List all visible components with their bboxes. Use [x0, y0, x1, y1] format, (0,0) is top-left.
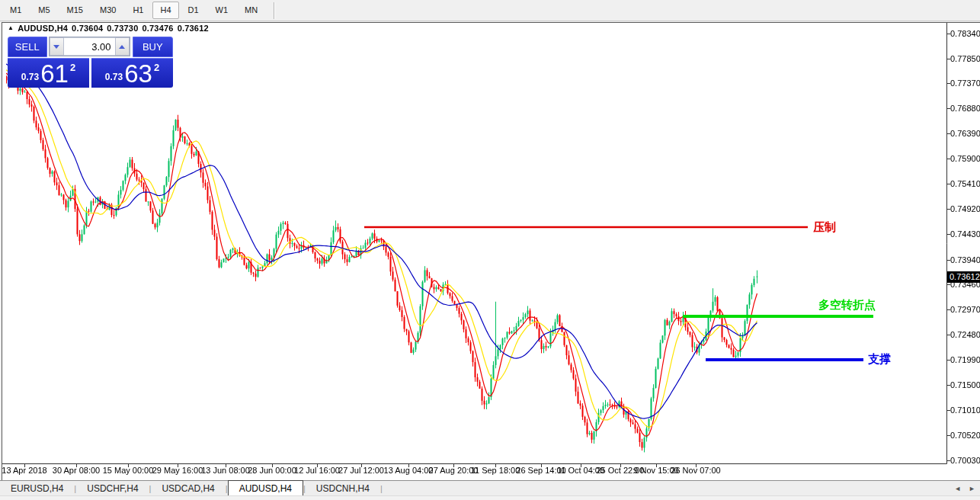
sell-price-panel[interactable]: 0.73 61 2 [8, 58, 89, 88]
timeframe-button-m15[interactable]: M15 [59, 2, 91, 19]
volume-stepper: 3.00 [49, 37, 130, 56]
toolbar-separator [274, 2, 274, 19]
tab-audusdh4[interactable]: AUDUSD,H4 [228, 480, 303, 495]
price-axis-label: 0.70030 [950, 456, 980, 465]
price-axis-label: 0.78340 [950, 29, 980, 38]
price-axis-label: 0.77850 [950, 54, 980, 63]
buy-price-prefix: 0.73 [105, 72, 123, 82]
tab-scroll-left-icon[interactable]: ◄ [954, 485, 961, 492]
ohlc-close: 0.73612 [178, 24, 209, 33]
tab-usdchfh4[interactable]: USDCHF,H4 [76, 481, 149, 495]
ohlc-open: 0.73604 [72, 24, 103, 33]
price-axis-label: 0.76390 [950, 129, 980, 138]
price-axis-label: 0.70520 [950, 431, 980, 440]
volume-decrease-button[interactable] [50, 37, 64, 56]
annotation-label-support[interactable]: 支撑 [868, 352, 891, 367]
price-axis-label: 0.76880 [950, 104, 980, 113]
time-axis-label: 26 Nov 07:00 [671, 466, 720, 475]
timeframe-button-mn[interactable]: MN [237, 2, 265, 19]
timeframe-button-d1[interactable]: D1 [181, 2, 207, 19]
sell-price-prefix: 0.73 [21, 72, 39, 82]
timeframe-button-m30[interactable]: M30 [92, 2, 123, 19]
price-axis-label: 0.75900 [950, 154, 980, 163]
sell-price-point: 2 [70, 62, 75, 73]
time-axis-label: 12 Jul 16:00 [294, 466, 340, 475]
annotation-label-resistance[interactable]: 压制 [813, 220, 836, 235]
chart-symbol-period: AUDUSD,H4 [18, 24, 68, 33]
time-axis-label: 13 Apr 2018 [2, 466, 46, 475]
timeframe-button-w1[interactable]: W1 [208, 2, 236, 19]
chart-dropdown-arrow-icon[interactable]: ▲ [8, 24, 14, 31]
timeframe-button-h1[interactable]: H1 [125, 2, 151, 19]
price-axis-label: 0.77370 [950, 79, 980, 88]
sell-button[interactable]: SELL [8, 37, 47, 57]
time-axis-label: 13 Aug 04:00 [384, 466, 434, 475]
time-axis-label: 30 Apr 08:00 [53, 466, 100, 475]
one-click-trading-panel: SELL 3.00 BUY 0.73 61 2 0.73 63 2 [8, 37, 173, 88]
buy-price-pips: 63 [124, 62, 152, 85]
timeframe-toolbar: M1M5M15M30H1H4D1W1MN [0, 0, 980, 21]
time-axis-label: 28 Jun 00:00 [248, 466, 296, 475]
tab-eurusdh4[interactable]: EURUSD,H4 [0, 481, 74, 495]
chart-tabs-bar: EURUSD,H4|USDCHF,H4|USDCAD,H4|AUDUSD,H4|… [0, 480, 980, 495]
ohlc-high: 0.73730 [107, 24, 138, 33]
current-price-badge: 0.73612 [947, 271, 980, 283]
price-axis-label: 0.75410 [950, 179, 980, 188]
price-axis-label: 0.72480 [950, 330, 980, 339]
price-axis-label: 0.74920 [950, 204, 980, 213]
price-axis-label: 0.71500 [950, 380, 980, 389]
bottom-strip [0, 495, 980, 500]
price-axis-label: 0.71010 [950, 405, 980, 415]
tab-usdcadh4[interactable]: USDCAD,H4 [151, 481, 225, 495]
arrow-up-icon [119, 45, 125, 49]
tab-separator: | [380, 484, 383, 493]
tab-scroll-right-icon[interactable]: ► [969, 485, 975, 492]
time-axis-label: 27 Jul 12:00 [338, 466, 384, 475]
sell-price-pips: 61 [40, 62, 69, 85]
price-axis-label: 0.74430 [950, 229, 980, 239]
tab-usdcnhh4[interactable]: USDCNH,H4 [306, 481, 380, 495]
volume-input[interactable]: 3.00 [64, 37, 115, 56]
chart-header: ▲ AUDUSD,H4 0.73604 0.73730 0.73476 0.73… [8, 24, 209, 33]
time-axis-label: 11 Sep 18:00 [471, 466, 520, 475]
timeframe-button-m5[interactable]: M5 [30, 2, 57, 19]
buy-price-point: 2 [154, 62, 159, 73]
price-axis-label: 0.73940 [950, 255, 980, 264]
time-axis-label: 29 May 16:00 [152, 466, 203, 475]
timeframe-button-h4[interactable]: H4 [152, 2, 178, 19]
price-axis-label: 0.72970 [950, 305, 980, 314]
buy-button[interactable]: BUY [133, 37, 174, 57]
volume-increase-button[interactable] [115, 37, 130, 56]
price-axis-label: 0.71990 [950, 355, 980, 364]
annotation-label-pivot[interactable]: 多空转折点 [818, 298, 876, 312]
buy-price-panel[interactable]: 0.73 63 2 [91, 58, 173, 88]
time-axis-label: 15 May 00:00 [103, 466, 154, 475]
ohlc-low: 0.73476 [142, 24, 173, 33]
timeframe-button-m1[interactable]: M1 [2, 2, 29, 19]
arrow-down-icon [53, 45, 59, 49]
time-axis-label: 13 Jun 08:00 [201, 466, 250, 475]
